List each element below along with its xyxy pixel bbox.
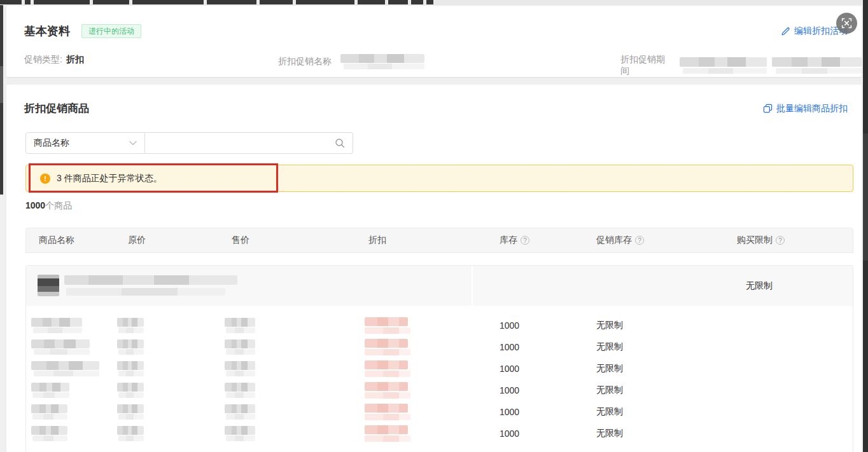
redacted-original-price [117,383,144,398]
header-promo-stock: 促销库存 ? [591,235,728,246]
variant-row: 1000 无限制 [26,423,853,444]
group-purchase-limit: 无限制 [746,266,773,306]
batch-edit-discount-link[interactable]: 批量编辑商品折扣 [763,103,848,114]
promo-period-label: 折扣促销期间 [620,54,673,77]
help-icon[interactable]: ? [776,236,785,245]
filter-selected-value: 商品名称 [34,137,69,149]
redacted-variant-name [31,339,90,355]
redacted-sale-price [225,361,255,376]
redacted-period-start [680,57,767,74]
redacted-period-end [772,57,862,74]
variant-row: 1000 无限制 [26,336,853,358]
status-badge: 进行中的活动 [81,24,141,38]
variant-row: 1000 无限制 [26,401,853,423]
variant-promo-stock: 无限制 [591,385,728,396]
redacted-sale-price [225,339,255,355]
product-thumbnail-redacted [38,275,59,296]
cutoff-browser-text [0,0,868,5]
window-right-edge [863,0,868,452]
variant-stock: 1000 [496,407,591,417]
promo-type-label: 促销类型: [24,54,62,65]
redacted-promo-name [340,54,424,69]
variant-promo-stock: 无限制 [591,363,728,374]
promo-name-label: 折扣促销名称 [278,56,332,67]
redacted-sale-price [225,404,255,420]
redacted-original-price [117,339,144,355]
search-filter-select[interactable]: 商品名称 [25,132,145,154]
redacted-variant-name [31,361,99,376]
products-table-header: 商品名称 原价 售价 折扣 库存 ? 促销库存 ? 购买限制 ? [25,228,853,253]
warning-banner: ! 3 件商品正处于异常状态。 [25,165,853,192]
variant-promo-stock: 无限制 [591,341,728,353]
redacted-sale-price [225,426,255,441]
redacted-discount [365,425,410,442]
warning-text: 3 件商品正处于异常状态。 [57,173,162,184]
header-product-name: 商品名称 [26,235,128,246]
window-left-edge [0,5,3,195]
variant-promo-stock: 无限制 [591,406,728,418]
variant-stock: 1000 [496,428,591,439]
warning-icon: ! [40,174,50,184]
pencil-icon [781,27,790,36]
search-input[interactable] [145,138,335,148]
redacted-discount [365,360,410,377]
batch-edit-link-label: 批量编辑商品折扣 [776,103,848,114]
variant-promo-stock: 无限制 [591,320,728,331]
help-icon[interactable]: ? [521,236,529,245]
variant-stock: 1000 [496,385,591,395]
variant-row: 1000 无限制 [26,380,853,401]
promo-type-field: 促销类型: 折扣 [24,54,84,65]
redacted-discount [365,339,410,355]
basic-info-fields: 促销类型: 折扣 折扣促销名称 折扣促销期间 [6,54,862,71]
variant-promo-stock: 无限制 [591,428,728,439]
redacted-sale-price [225,383,255,398]
header-sale-price: 售价 [232,235,368,246]
search-icon[interactable] [335,138,345,148]
redacted-variant-name [31,383,69,398]
screenshot-icon [841,18,852,29]
redacted-discount [365,382,410,399]
product-count-number: 1000 [25,200,45,210]
variant-row: 1000 无限制 [26,358,853,380]
help-icon[interactable]: ? [635,236,644,245]
section-title: 折扣促销商品 [24,101,89,116]
basic-info-card: 基本资料 进行中的活动 编辑折扣活动 促销类型: 折扣 折扣促销名称 [6,6,862,77]
product-count: 1000个商品 [25,200,72,212]
product-group-row: 无限制 [26,266,853,306]
page-title: 基本资料 [24,24,70,39]
group-row-divider [472,266,473,306]
header-discount: 折扣 [368,235,496,246]
redacted-original-price [117,361,144,376]
redacted-sale-price [225,318,255,333]
screenshot-tool-button[interactable] [836,13,857,34]
promo-type-value: 折扣 [66,54,84,65]
promo-period-field: 折扣促销期间 [620,54,862,77]
variant-stock: 1000 [496,342,591,352]
redacted-discount [365,404,410,420]
promo-name-field: 折扣促销名称 [278,54,424,69]
search-row: 商品名称 [25,132,353,154]
redacted-variant-name [31,318,82,333]
redacted-product-name [64,275,237,296]
variant-stock: 1000 [496,364,591,374]
redacted-discount [365,317,410,334]
variant-stock: 1000 [496,320,591,331]
search-box [145,132,353,154]
header-purchase-limit: 购买限制 ? [728,235,853,246]
discount-promotion-detail-page: 基本资料 进行中的活动 编辑折扣活动 促销类型: 折扣 折扣促销名称 [0,0,868,452]
redacted-original-price [117,318,144,333]
redacted-original-price [117,426,144,441]
header-stock: 库存 ? [496,235,591,246]
redacted-variant-name [31,404,67,420]
product-count-suffix: 个商品 [45,200,72,210]
redacted-original-price [117,404,144,420]
variant-row: 1000 无限制 [26,315,853,336]
chevron-down-icon [129,140,137,146]
copy-stack-icon [763,104,773,113]
products-table-body: 无限制 1000 无限制 1000 无 [25,265,853,452]
variant-rows: 1000 无限制 1000 无限制 [26,306,853,444]
header-original-price: 原价 [128,235,232,246]
discount-products-card: 折扣促销商品 批量编辑商品折扣 商品名称 [6,85,862,452]
redacted-variant-name [31,426,67,441]
